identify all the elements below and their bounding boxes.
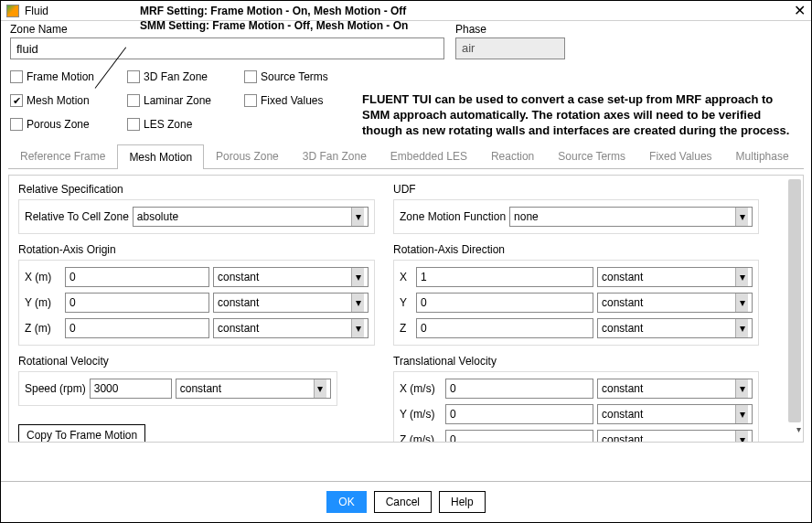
direction-y-label: Y xyxy=(400,296,412,309)
window-title: Fluid xyxy=(25,5,48,17)
les-zone-checkbox[interactable] xyxy=(127,118,140,131)
chevron-down-icon: ▾ xyxy=(314,379,326,398)
mesh-motion-label: Mesh Motion xyxy=(27,94,90,107)
chevron-down-icon: ▾ xyxy=(735,431,748,443)
tab-porous-zone[interactable]: Porous Zone xyxy=(204,144,291,168)
rotational-velocity-title: Rotational Velocity xyxy=(18,355,375,368)
trans-y-input[interactable]: 0 xyxy=(445,404,593,424)
tab-embedded-les[interactable]: Embedded LES xyxy=(379,144,479,168)
origin-y-input[interactable]: 0 xyxy=(65,293,209,313)
phase-value: air xyxy=(455,37,565,59)
mesh-motion-checkbox[interactable] xyxy=(10,94,23,107)
origin-y-mode[interactable]: constant▾ xyxy=(213,293,369,313)
tab-bar: Reference Frame Mesh Motion Porous Zone … xyxy=(8,144,804,169)
relative-to-label: Relative To Cell Zone xyxy=(25,210,129,223)
udf-title: UDF xyxy=(393,183,759,196)
close-icon[interactable]: ✕ xyxy=(794,4,806,18)
fixed-values-label: Fixed Values xyxy=(261,94,323,107)
tab-3d-fan-zone[interactable]: 3D Fan Zone xyxy=(291,144,379,168)
chevron-down-icon: ▾ xyxy=(735,319,748,337)
source-terms-label: Source Terms xyxy=(261,70,328,83)
origin-x-label: X (m) xyxy=(25,271,61,283)
annotation-side-note: FLUENT TUI can be used to convert a case… xyxy=(362,92,792,139)
laminar-zone-checkbox[interactable] xyxy=(127,94,140,107)
direction-x-input[interactable]: 1 xyxy=(416,267,593,287)
tab-fixed-values[interactable]: Fixed Values xyxy=(637,144,723,168)
dialog-footer: OK Cancel Help xyxy=(1,481,811,522)
origin-z-label: Z (m) xyxy=(25,322,61,335)
tab-source-terms[interactable]: Source Terms xyxy=(546,144,637,168)
chevron-down-icon: ▾ xyxy=(351,208,364,226)
udf-value: none xyxy=(514,210,539,223)
tab-multiphase[interactable]: Multiphase xyxy=(724,144,801,168)
chevron-down-icon: ▾ xyxy=(735,379,748,398)
zone-name-input[interactable] xyxy=(10,37,444,59)
relative-to-dropdown[interactable]: absolute▾ xyxy=(133,207,369,227)
scroll-down-icon[interactable]: ▾ xyxy=(796,424,801,434)
origin-x-mode[interactable]: constant▾ xyxy=(213,267,369,287)
udf-label: Zone Motion Function xyxy=(400,210,506,223)
chevron-down-icon: ▾ xyxy=(351,294,364,312)
ok-button[interactable]: OK xyxy=(326,491,366,513)
annotation-smm: SMM Setting: Frame Motion - Off, Mesh Mo… xyxy=(140,19,408,32)
dialog-fluid: Fluid ✕ MRF Setting: Frame Motion - On, … xyxy=(0,0,812,523)
origin-z-input[interactable]: 0 xyxy=(65,318,209,338)
help-button[interactable]: Help xyxy=(439,491,486,513)
direction-y-input[interactable]: 0 xyxy=(416,293,593,313)
chevron-down-icon: ▾ xyxy=(351,268,364,286)
porous-zone-checkbox[interactable] xyxy=(10,118,23,131)
trans-x-label: X (m/s) xyxy=(400,382,442,395)
porous-zone-label: Porous Zone xyxy=(27,118,90,131)
origin-y-label: Y (m) xyxy=(25,296,61,309)
tab-reaction[interactable]: Reaction xyxy=(479,144,546,168)
origin-z-mode[interactable]: constant▾ xyxy=(213,318,369,338)
app-icon xyxy=(6,5,19,17)
relative-spec-title: Relative Specification xyxy=(18,183,375,196)
chevron-down-icon: ▾ xyxy=(735,268,748,286)
translational-velocity-title: Translational Velocity xyxy=(393,355,759,368)
trans-x-mode[interactable]: constant▾ xyxy=(597,379,753,399)
les-zone-label: LES Zone xyxy=(144,118,192,131)
laminar-zone-label: Laminar Zone xyxy=(144,94,211,107)
direction-z-mode[interactable]: constant▾ xyxy=(597,318,753,338)
udf-dropdown[interactable]: none▾ xyxy=(509,207,753,227)
panel-scrollbar[interactable] xyxy=(788,179,801,422)
speed-mode[interactable]: constant▾ xyxy=(176,379,331,399)
fixed-values-checkbox[interactable] xyxy=(244,94,257,107)
chevron-down-icon: ▾ xyxy=(735,405,748,423)
tab-reference-frame[interactable]: Reference Frame xyxy=(8,144,117,168)
rotation-origin-title: Rotation-Axis Origin xyxy=(18,243,375,256)
trans-z-label: Z (m/s) xyxy=(400,433,442,443)
copy-to-frame-motion-button[interactable]: Copy To Frame Motion xyxy=(18,424,145,443)
chevron-down-icon: ▾ xyxy=(351,319,364,337)
rotation-direction-title: Rotation-Axis Direction xyxy=(393,243,759,256)
chevron-down-icon: ▾ xyxy=(735,294,748,312)
origin-x-input[interactable]: 0 xyxy=(65,267,209,287)
source-terms-checkbox[interactable] xyxy=(244,70,257,83)
trans-y-mode[interactable]: constant▾ xyxy=(597,404,753,424)
direction-x-mode[interactable]: constant▾ xyxy=(597,267,753,287)
phase-label: Phase xyxy=(455,23,565,36)
speed-input[interactable]: 3000 xyxy=(90,379,172,399)
fan-zone-label: 3D Fan Zone xyxy=(144,70,208,83)
relative-to-value: absolute xyxy=(137,210,178,223)
trans-x-input[interactable]: 0 xyxy=(445,379,593,399)
annotation-mrf: MRF Setting: Frame Motion - On, Mesh Mot… xyxy=(140,5,406,17)
fan-zone-checkbox[interactable] xyxy=(127,70,140,83)
chevron-down-icon: ▾ xyxy=(735,208,748,226)
direction-z-input[interactable]: 0 xyxy=(416,318,593,338)
speed-label: Speed (rpm) xyxy=(25,382,86,395)
frame-motion-checkbox[interactable] xyxy=(10,70,23,83)
direction-x-label: X xyxy=(400,271,412,283)
direction-y-mode[interactable]: constant▾ xyxy=(597,293,753,313)
frame-motion-label: Frame Motion xyxy=(27,70,94,83)
cancel-button[interactable]: Cancel xyxy=(374,491,432,513)
trans-z-input[interactable]: 0 xyxy=(445,430,593,443)
tab-mesh-motion[interactable]: Mesh Motion xyxy=(117,144,204,169)
trans-z-mode[interactable]: constant▾ xyxy=(597,430,753,443)
direction-z-label: Z xyxy=(400,322,412,335)
trans-y-label: Y (m/s) xyxy=(400,408,442,421)
